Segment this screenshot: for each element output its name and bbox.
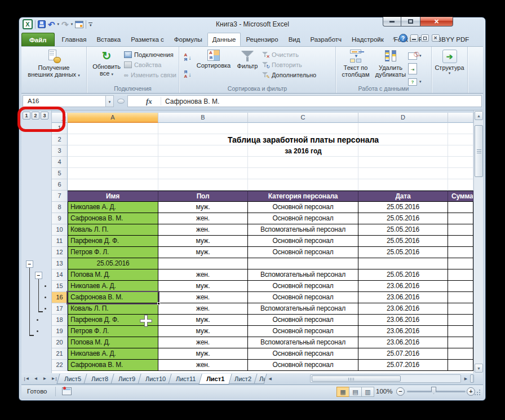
zoom-out-icon[interactable]: −: [396, 387, 405, 396]
cell-A21[interactable]: Николаев А. Д.: [68, 348, 158, 360]
row-header-1[interactable]: 1: [52, 123, 68, 134]
cell-A5[interactable]: [68, 168, 158, 179]
minimize-button[interactable]: [383, 17, 401, 26]
cell-B10[interactable]: жен.: [158, 224, 248, 236]
help-icon[interactable]: ?: [399, 34, 407, 42]
qat-custom-icon[interactable]: [75, 21, 83, 28]
cell-E19[interactable]: [448, 326, 473, 337]
column-header-E-partial[interactable]: [448, 113, 473, 123]
cell-B5[interactable]: [158, 168, 248, 179]
cell-E18[interactable]: [448, 315, 473, 326]
excel-logo-icon[interactable]: X: [23, 19, 33, 29]
row-header-18[interactable]: 18: [52, 315, 68, 326]
cell-A14[interactable]: Попова М. Д.: [68, 269, 158, 281]
cell-E13[interactable]: [448, 258, 473, 269]
cell-E11[interactable]: [448, 236, 473, 247]
ribbon-tab-7[interactable]: Вид: [283, 33, 305, 46]
cell-B15[interactable]: муж.: [158, 281, 248, 292]
sheet-tab-8[interactable]: Ли: [254, 374, 267, 384]
cell-E2[interactable]: [448, 134, 473, 145]
cell-C5[interactable]: [248, 168, 358, 179]
cell-E7[interactable]: Сумма: [448, 191, 473, 202]
cell-E16[interactable]: [448, 292, 473, 303]
cell-C12[interactable]: Основной персонал: [248, 247, 358, 258]
record-macro-icon[interactable]: [62, 387, 72, 395]
cell-B4[interactable]: [158, 157, 248, 168]
cell-A19[interactable]: Петров Ф. Л.: [68, 326, 158, 337]
scroll-up-icon[interactable]: ▲: [475, 111, 483, 120]
ribbon-tab-3[interactable]: Разметка с: [126, 33, 169, 46]
cell-E3[interactable]: [448, 145, 473, 157]
cell-D10[interactable]: 25.05.2016: [358, 224, 448, 236]
cell-B7[interactable]: Пол: [158, 191, 248, 202]
cell-D21[interactable]: 25.07.2016: [358, 348, 448, 360]
cell-C2[interactable]: [248, 134, 358, 145]
vertical-scrollbar-thumb[interactable]: [475, 125, 483, 177]
row-header-19[interactable]: 19: [52, 326, 68, 337]
row-header-7[interactable]: 7: [52, 191, 68, 202]
cell-C18[interactable]: Основной персонал: [248, 315, 358, 326]
cell-D16[interactable]: 23.06.2016: [358, 292, 448, 303]
cell-D6[interactable]: [358, 179, 448, 191]
ribbon-tab-6[interactable]: Рецензиро: [241, 33, 283, 46]
cell-A10[interactable]: Коваль Л. П.: [68, 224, 158, 236]
cell-C13[interactable]: [248, 258, 358, 269]
cell-B17[interactable]: жен.: [158, 303, 248, 315]
remove-duplicates-button[interactable]: Удалить дубликаты: [373, 48, 408, 83]
close-button[interactable]: ✕: [420, 17, 453, 26]
cell-E17[interactable]: [448, 303, 473, 315]
cell-E1[interactable]: [448, 123, 473, 134]
row-header-20[interactable]: 20: [52, 337, 68, 348]
sheet-tab-6[interactable]: Лист1: [198, 374, 232, 384]
vertical-scrollbar[interactable]: ▲ ▼: [473, 110, 483, 373]
cell-C9[interactable]: Основной персонал: [248, 213, 358, 224]
save-icon[interactable]: [38, 20, 46, 28]
connections-button[interactable]: Подключения: [124, 50, 176, 60]
cell-A20[interactable]: Попова М. Д.: [68, 337, 158, 348]
outline-collapse-button-level1[interactable]: −: [26, 260, 33, 268]
zoom-slider-thumb[interactable]: [431, 387, 436, 394]
zoom-level[interactable]: 100%: [376, 388, 395, 395]
cell-A6[interactable]: [68, 179, 158, 191]
cell-A8[interactable]: Николаев А. Д.: [68, 202, 158, 213]
get-external-data-button[interactable]: Получение внешних данных ▾: [24, 48, 84, 83]
cell-D1[interactable]: [358, 123, 448, 134]
collapse-ribbon-icon[interactable]: ∧: [392, 36, 396, 41]
filter-button[interactable]: Фильтр: [233, 48, 262, 83]
cell-E12[interactable]: [448, 247, 473, 258]
cell-A17[interactable]: Коваль Л. П.: [68, 303, 158, 315]
cell-E14[interactable]: [448, 269, 473, 281]
cell-D5[interactable]: [358, 168, 448, 179]
tab-scroll-left-icon[interactable]: ◀: [267, 374, 274, 383]
cell-D18[interactable]: 23.06.2016: [358, 315, 448, 326]
ribbon-tab-4[interactable]: Формулы: [169, 33, 207, 46]
cell-C22[interactable]: Основной персонал: [248, 360, 358, 371]
name-box-dropdown-icon[interactable]: ▾: [106, 95, 114, 107]
row-header-21[interactable]: 21: [52, 348, 68, 360]
row-header-8[interactable]: 8: [52, 202, 68, 213]
cell-C16[interactable]: Основной персонал: [248, 292, 358, 303]
cell-D20[interactable]: 23.06.2016: [358, 337, 448, 348]
row-header-11[interactable]: 11: [52, 236, 68, 247]
cell-D15[interactable]: 23.06.2016: [358, 281, 448, 292]
cell-C3[interactable]: [248, 145, 358, 157]
text-to-columns-button[interactable]: ▼ Текст по столбцам: [338, 48, 373, 83]
horizontal-scrollbar[interactable]: [310, 374, 461, 383]
cell-A4[interactable]: [68, 157, 158, 168]
cell-C15[interactable]: Основной персонал: [248, 281, 358, 292]
cell-A7[interactable]: Имя: [68, 191, 158, 202]
column-header-D[interactable]: D: [358, 113, 448, 123]
row-header-10[interactable]: 10: [52, 224, 68, 236]
outline-level-3-button[interactable]: 3: [41, 112, 48, 120]
cell-D12[interactable]: 25.05.2016: [358, 247, 448, 258]
undo-dropdown-icon[interactable]: ▾: [57, 22, 60, 26]
outline-level-1-button[interactable]: 1: [23, 112, 30, 120]
cell-B13[interactable]: [158, 258, 248, 269]
file-tab[interactable]: Файл: [21, 33, 55, 46]
workbook-close-button[interactable]: ✕: [432, 34, 440, 42]
cell-C8[interactable]: Основной персонал: [248, 202, 358, 213]
refresh-all-button[interactable]: ↻ Обновить все ▾: [89, 48, 124, 83]
cell-B22[interactable]: жен.: [158, 360, 248, 371]
cell-C14[interactable]: Вспомогательный персонал: [248, 269, 358, 281]
cell-D11[interactable]: 25.05.2016: [358, 236, 448, 247]
